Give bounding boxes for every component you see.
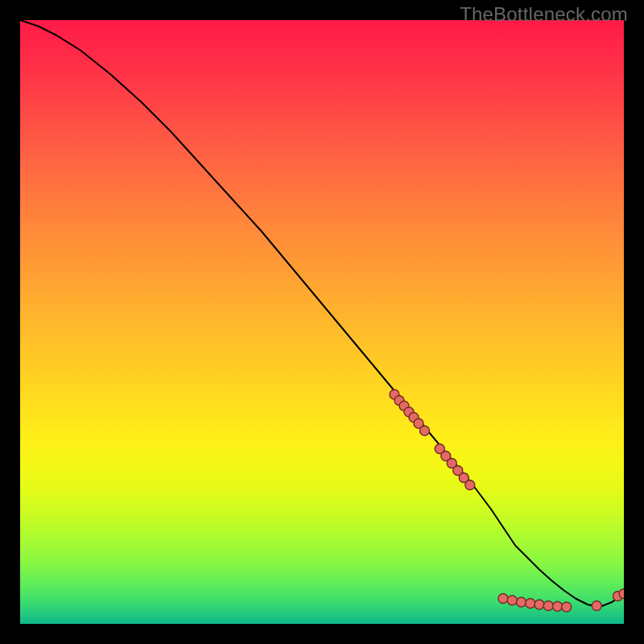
data-point: [543, 601, 553, 611]
data-point: [592, 601, 601, 611]
data-point: [619, 589, 624, 599]
data-point: [535, 600, 544, 609]
data-points-layer: [390, 390, 624, 612]
data-point: [465, 481, 475, 490]
data-point: [420, 426, 430, 436]
watermark-text: TheBottleneck.com: [460, 3, 628, 26]
chart-svg: [20, 20, 624, 624]
bottleneck-curve: [20, 20, 624, 607]
chart-frame: TheBottleneck.com: [0, 0, 644, 644]
data-point: [498, 594, 508, 604]
data-point: [562, 602, 572, 612]
data-point: [553, 601, 563, 611]
data-point: [507, 596, 517, 605]
data-point: [517, 597, 526, 607]
data-point: [526, 599, 535, 609]
